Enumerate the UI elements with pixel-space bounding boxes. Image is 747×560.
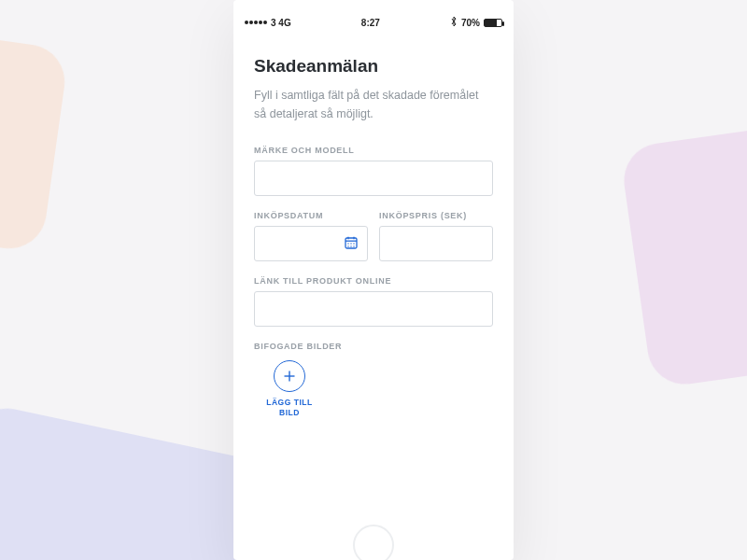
background-shape [0,27,69,254]
phone-frame: 3 4G 8:27 70% Skadeanmälan Fyll i samtli… [233,0,514,560]
field-attached-images: BIFOGADE BILDER LÄGG TILLBILD [254,342,493,417]
field-product-link: LÄNK TILL PRODUKT ONLINE [254,276,493,327]
page-subtitle: Fyll i samtliga fält på det skadade före… [254,86,493,123]
label-product-link: LÄNK TILL PRODUKT ONLINE [254,276,493,286]
label-brand-model: MÄRKE OCH MODELL [254,146,493,155]
input-purchase-date[interactable] [254,226,368,261]
field-purchase-price: INKÖPSPRIS (SEK) [379,211,493,261]
clock: 8:27 [361,18,380,28]
status-bar: 3 4G 8:27 70% [239,13,508,32]
input-brand-model[interactable] [254,161,493,196]
background-shape [619,115,747,389]
status-right: 70% [450,16,502,29]
plus-icon [274,360,305,392]
bluetooth-icon [450,16,458,29]
add-image-label: LÄGG TILLBILD [266,398,312,417]
battery-pct: 70% [461,18,480,28]
label-attached-images: BIFOGADE BILDER [254,342,493,351]
home-button[interactable] [353,525,394,560]
label-purchase-date: INKÖPSDATUM [254,211,368,220]
carrier-label: 3 4G [271,18,291,28]
status-left: 3 4G [245,18,291,28]
phone-screen: 3 4G 8:27 70% Skadeanmälan Fyll i samtli… [239,13,508,545]
signal-icon [245,21,267,24]
background-shape [0,401,271,560]
input-product-link[interactable] [254,291,493,327]
page-title: Skadeanmälan [254,56,493,77]
field-purchase-date: INKÖPSDATUM [254,211,368,261]
input-purchase-price[interactable] [379,226,493,261]
label-purchase-price: INKÖPSPRIS (SEK) [379,211,493,220]
field-brand-model: MÄRKE OCH MODELL [254,146,493,196]
form-content: Skadeanmälan Fyll i samtliga fält på det… [239,32,508,441]
add-image-button[interactable]: LÄGG TILLBILD [254,360,325,417]
battery-icon [484,19,502,27]
